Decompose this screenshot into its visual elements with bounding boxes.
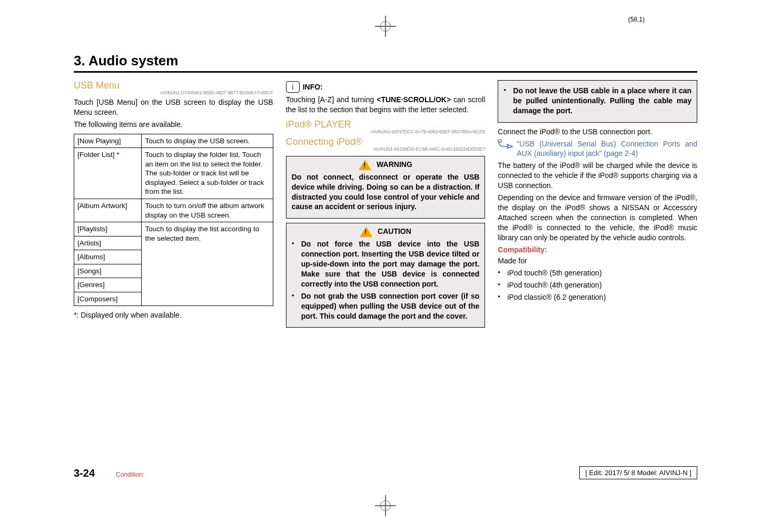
cell-desc: Touch to display the USB screen. <box>142 134 273 148</box>
table-row: [Now Playing] Touch to display the USB s… <box>74 134 273 148</box>
cell-name: [Artists] <box>74 236 142 250</box>
cell-name: [Albums] <box>74 250 142 264</box>
made-for-label: Made for <box>498 256 697 266</box>
battery-paragraph: The battery of the iPod® will be charged… <box>498 161 697 191</box>
cell-name: [Composers] <box>74 292 142 306</box>
warning-title-row: WARNING <box>292 160 480 170</box>
info-label: INFO: <box>303 83 323 91</box>
page-number-bottom: 3-24 <box>74 467 95 479</box>
caution-title-row: CAUTION <box>292 226 480 237</box>
info-text-a: Touching [A-Z] and turning <box>286 95 377 104</box>
warning-triangle-icon <box>359 160 371 170</box>
cell-name: [Genres] <box>74 278 142 292</box>
warning-box: WARNING Do not connect, disconnect or op… <box>286 156 486 219</box>
caution-box: CAUTION Do not force the USB device into… <box>286 223 486 328</box>
caution-box-cont: Do not leave the USB cable in a place wh… <box>498 80 697 123</box>
list-item: Do not grab the USB connection port cove… <box>292 291 480 321</box>
usb-menu-intro-2: The following items are available. <box>74 120 273 130</box>
page-content: 3. Audio system USB Menu AIVINJN1-D74059… <box>74 53 697 479</box>
caution-list: Do not force the USB device into the USB… <box>292 239 480 321</box>
pointer-icon <box>498 139 513 149</box>
info-bold: <TUNE·SCROLL/OK> <box>377 95 451 104</box>
cell-desc: Touch to turn on/off the album artwork d… <box>142 199 273 222</box>
usb-menu-footnote: *: Displayed only when available. <box>74 310 273 320</box>
usb-menu-heading: USB Menu <box>74 80 273 91</box>
cell-name: [Album Artwork] <box>74 199 142 222</box>
info-icon: i <box>286 81 300 93</box>
cross-reference: "USB (Universal Serial Bus) Connection P… <box>498 139 697 159</box>
column-3: Do not leave the USB cable in a place wh… <box>498 80 697 332</box>
cross-reference-text: "USB (Universal Serial Bus) Connection P… <box>517 139 697 159</box>
warning-title: WARNING <box>377 160 412 168</box>
caution-list-cont: Do not leave the USB cable in a place wh… <box>503 86 691 116</box>
cell-desc: Touch to display the folder list. Touch … <box>142 148 273 199</box>
caution-title: CAUTION <box>378 227 411 235</box>
page-number-top: (58,1) <box>628 16 645 23</box>
list-item: iPod touch® (5th generation) <box>498 268 697 278</box>
depending-paragraph: Depending on the device and firmware ver… <box>498 193 697 242</box>
caution-triangle-icon <box>360 226 372 237</box>
info-paragraph: Touching [A-Z] and turning <TUNE·SCROLL/… <box>286 95 486 115</box>
cell-name: [Now Playing] <box>74 134 142 148</box>
footer-left: 3-24 Condition: <box>74 467 144 479</box>
cell-name: [Playlists] <box>74 222 142 237</box>
edit-info-box: [ Edit: 2017/ 5/ 8 Model: AIVINJ-N ] <box>579 466 697 479</box>
list-item: iPod classic® (6.2 generation) <box>498 292 697 302</box>
warning-body: Do not connect, disconnect or operate th… <box>292 172 480 212</box>
connect-paragraph: Connect the iPod® to the USB connection … <box>498 127 697 137</box>
section-title: 3. Audio system <box>74 53 178 68</box>
info-row: i INFO: <box>286 81 486 93</box>
table-row: [Album Artwork] Touch to turn on/off the… <box>74 199 273 222</box>
cell-desc-shared: Touch to display the list according to t… <box>142 222 273 306</box>
crop-mark-top <box>375 16 396 37</box>
cell-name: [Folder List] * <box>74 148 142 199</box>
usb-menu-intro-1: Touch [USB Menu] on the USB screen to di… <box>74 97 273 117</box>
compatibility-list: iPod touch® (5th generation) iPod touch®… <box>498 268 697 302</box>
table-row: [Folder List] * Touch to display the fol… <box>74 148 273 199</box>
svg-rect-0 <box>498 140 501 142</box>
list-item: iPod touch® (4th generation) <box>498 280 697 290</box>
crop-mark-bottom <box>375 495 396 516</box>
connecting-ipod-heading: Connecting iPod® <box>286 136 486 147</box>
section-title-wrap: 3. Audio system <box>74 53 697 73</box>
column-2: i INFO: Touching [A-Z] and turning <TUNE… <box>286 80 486 332</box>
list-item: Do not leave the USB cable in a place wh… <box>503 86 691 116</box>
cell-name: [Songs] <box>74 264 142 278</box>
compatibility-heading: Compatibility: <box>498 245 697 254</box>
table-row: [Playlists] Touch to display the list ac… <box>74 222 273 237</box>
list-item: Do not force the USB device into the USB… <box>292 239 480 289</box>
column-1: USB Menu AIVINJN1-D7405901-8E6D-4B27-8B7… <box>74 80 273 332</box>
ipod-player-heading: iPod® PLAYER <box>286 119 486 130</box>
usb-menu-table: [Now Playing] Touch to display the USB s… <box>74 134 273 307</box>
condition-label: Condition: <box>116 471 144 478</box>
